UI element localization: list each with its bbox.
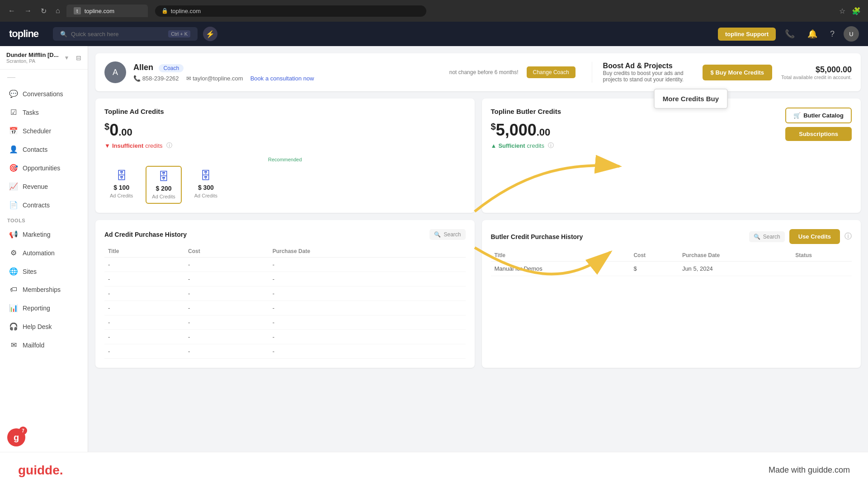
workspace-location: Scranton, PA [6,58,59,64]
info-icon-butler: ⓘ [548,141,554,150]
boost-title: Boost Ad & Projects [603,62,693,70]
ad-credit-amount: $0.00 [104,121,466,140]
butler-history-search[interactable]: 🔍 Search [749,231,785,242]
table-cell: - [269,272,466,286]
lightning-button[interactable]: ⚡ [203,27,217,41]
main-area: Dunder Mifflin [D... Scranton, PA ▼ ⊟ — … [0,46,868,452]
sidebar-label-automation: Automation [23,249,55,257]
sidebar-label-revenue: Revenue [23,183,48,190]
butler-catalog-button[interactable]: 🛒 Butler Catalog [785,108,852,123]
table-cell: - [269,286,466,301]
helpdesk-icon: 🎧 [9,322,18,331]
credit-amount-200: $ 200 [156,185,172,192]
stack-icon-100: 🗄 [116,169,127,182]
catalog-icon: 🛒 [793,112,801,119]
credit-label-100: Ad Credits [110,193,133,198]
sidebar-item-reporting[interactable]: 📊 Reporting [2,299,86,317]
browser-chrome: ← → ↻ ⌂ t topline.com 🔒 topline.com ☆ 🧩 [0,0,868,22]
table-row: Manual for Demos$Jun 5, 2024 [491,262,852,276]
sidebar-item-revenue[interactable]: 📈 Revenue [2,178,86,195]
bookmark-button[interactable]: ☆ [837,5,847,17]
butler-col-cost: Cost [630,249,679,262]
credit-label-200: Ad Credits [152,194,175,199]
sidebar-item-opportunities[interactable]: 🎯 Opportunities [2,159,86,177]
table-cell: Jun 5, 2024 [679,262,792,276]
butler-credits-card: Topline Butler Credits $5,000.00 ▲ Suffi… [482,99,861,213]
guidde-footer: guidde. Made with guidde.com [0,452,868,488]
info-icon: ⓘ [166,141,172,150]
bell-icon[interactable]: 🔔 [804,27,821,41]
g-badge[interactable]: g 7 [7,428,25,446]
browser-tab[interactable]: t topline.com [66,5,148,17]
credit-option-200[interactable]: 🗄 $ 200 Ad Credits [146,166,181,204]
search-icon-butler: 🔍 [754,234,760,240]
total-credit-display: $5,000.00 Total available credit in acco… [781,65,852,80]
sidebar-item-helpdesk[interactable]: 🎧 Help Desk [2,318,86,335]
table-cell: - [269,344,466,359]
consultation-link[interactable]: Book a consultation now [250,75,314,82]
buy-more-credits-button[interactable]: $ Buy More Credits [703,65,772,80]
use-credits-button[interactable]: Use Credits [789,229,840,244]
sidebar-item-scheduler[interactable]: 📅 Scheduler [2,122,86,140]
butler-col-title: Title [491,249,630,262]
butler-col-status: Status [792,249,852,262]
butler-credit-status: ▲ Sufficient credits ⓘ [491,141,771,150]
extensions-button[interactable]: 🧩 [850,5,863,17]
user-avatar[interactable]: U [844,26,859,42]
table-cell: - [104,286,184,301]
butler-credit-amount: $5,000.00 [491,121,771,140]
content-area: A Allen Coach 📞 858-239-2262 ✉ taylor@to… [88,46,868,452]
boost-section: Boost Ad & Projects Buy credits to boost… [592,62,852,83]
back-button[interactable]: ← [5,5,18,17]
support-button[interactable]: topline Support [718,28,776,41]
tools-section-label: Tools [0,214,88,225]
workspace-selector[interactable]: Dunder Mifflin [D... Scranton, PA ▼ ⊟ [0,46,88,70]
credit-amount-300: $ 300 [198,184,214,191]
memberships-icon: 🏷 [9,286,18,294]
ad-credit-status: ▼ Insufficient credits ⓘ [104,141,466,150]
help-icon[interactable]: ? [826,28,838,41]
credit-option-300[interactable]: 🗄 $ 300 Ad Credits [189,166,223,204]
phone-icon[interactable]: 📞 [781,27,798,41]
table-row: --- [104,315,466,330]
search-icon: 🔍 [60,31,67,38]
table-cell: - [269,315,466,330]
search-bar[interactable]: 🔍 Quick search here Ctrl + K [53,27,198,41]
stack-icon-200: 🗄 [158,170,169,183]
opportunities-icon: 🎯 [9,164,18,172]
sidebar-item-mailfold[interactable]: ✉ Mailfold [2,336,86,354]
sidebar-item-contracts[interactable]: 📄 Contracts [2,196,86,214]
table-cell: - [184,330,269,344]
sidebar-item-sites[interactable]: 🌐 Sites [2,263,86,280]
table-cell [792,262,852,276]
subscriptions-button[interactable]: Subscriptions [785,127,852,141]
sidebar-label-sites: Sites [23,268,37,275]
credit-option-100[interactable]: 🗄 $ 100 Ad Credits [104,166,138,204]
sidebar-item-automation[interactable]: ⚙ Automation [2,244,86,262]
marketing-icon: 📢 [9,230,18,239]
address-bar[interactable]: 🔒 topline.com [155,5,426,17]
sidebar-collapse-icon[interactable]: ⊟ [76,54,81,61]
ad-history-search[interactable]: 🔍 Search [429,229,465,240]
sidebar-item-marketing[interactable]: 📢 Marketing [2,225,86,243]
forward-button[interactable]: → [22,5,34,17]
reload-button[interactable]: ↻ [38,5,49,17]
more-credits-callout: More Credits Buy [654,89,728,109]
sidebar-item-conversations[interactable]: 💬 Conversations [2,85,86,103]
sidebar-item-memberships[interactable]: 🏷 Memberships [2,281,86,298]
ad-history-title: Ad Credit Purchase History [104,231,187,238]
ad-credits-card: Topline Ad Credits $0.00 ▼ Insufficient … [95,99,475,213]
sidebar-item-tasks[interactable]: ☑ Tasks [2,103,86,121]
revenue-icon: 📈 [9,182,18,191]
g-badge-area: g 7 [0,423,88,452]
home-button[interactable]: ⌂ [53,5,63,17]
url-display: topline.com [171,8,201,14]
search-icon-ad: 🔍 [434,231,441,238]
table-cell: - [269,330,466,344]
sidebar-dash: — [0,70,88,84]
change-coach-button[interactable]: Change Coach [527,66,576,78]
sidebar-item-contacts[interactable]: 👤 Contacts [2,141,86,158]
table-cell: - [104,344,184,359]
table-row: --- [104,301,466,315]
sidebar-label-scheduler: Scheduler [23,127,51,135]
